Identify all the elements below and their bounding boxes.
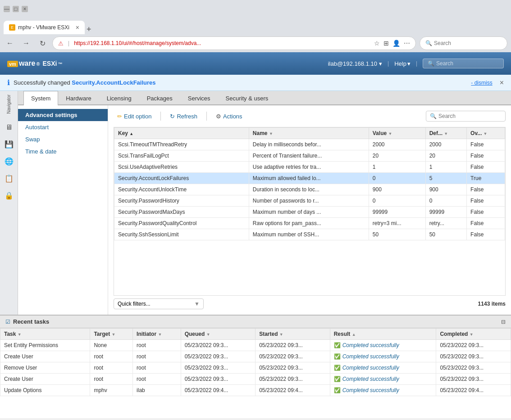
col-header-default[interactable]: Def... ▼: [425, 128, 466, 139]
table-row[interactable]: Scsi.UseAdaptiveRetries Use adaptive ret…: [114, 162, 505, 173]
header-help[interactable]: Help ▾: [394, 60, 411, 67]
notification-close[interactable]: ×: [500, 79, 504, 87]
task-cell-task: Create User: [0, 374, 90, 385]
notification-text: Successfully changed Security.AccountLoc…: [14, 79, 467, 86]
table-row[interactable]: Scsi.TransFailLogPct Percent of Transien…: [114, 150, 505, 162]
tasks-col-queued[interactable]: Queued ▼: [181, 329, 256, 340]
cell-default: 0: [425, 195, 466, 207]
close-button[interactable]: ×: [22, 6, 28, 12]
tasks-col-result[interactable]: Result ▲: [330, 329, 436, 340]
tasks-minimize-button[interactable]: ⊟: [501, 319, 506, 325]
table-row[interactable]: Scsi.TimeoutTMThreadRetry Delay in milli…: [114, 139, 505, 150]
task-cell-completed: 05/23/2022 09:3...: [436, 351, 511, 362]
table-row[interactable]: Security.PasswordHistory Number of passw…: [114, 195, 505, 207]
collection-icon[interactable]: ⊞: [383, 40, 389, 47]
cell-value: 1: [369, 162, 425, 173]
tasks-col-started[interactable]: Started ▼: [256, 329, 330, 340]
notification-dismiss[interactable]: - dismiss: [471, 80, 492, 86]
tasks-row[interactable]: Create User root root 05/23/2022 09:3...…: [0, 351, 511, 362]
browser-search-input[interactable]: [434, 40, 502, 46]
cell-override: False: [467, 162, 505, 173]
leftnav-advanced-settings[interactable]: Advanced settings: [18, 109, 108, 121]
browser-tab-active[interactable]: E mphv - VMware ESXi ×: [4, 21, 85, 34]
leftnav-time-date[interactable]: Time & date: [18, 145, 108, 158]
cell-default: 1: [425, 162, 466, 173]
col-header-name[interactable]: Name ▼: [249, 128, 369, 139]
tasks-header-icon: ☑: [5, 319, 10, 325]
header-search-input[interactable]: [436, 60, 490, 67]
header-search-box[interactable]: 🔍: [423, 59, 504, 68]
tasks-col-initiator[interactable]: Initiator ▼: [133, 329, 181, 340]
window-controls[interactable]: — □ ×: [4, 6, 28, 12]
menu-icon[interactable]: ⋯: [404, 40, 410, 47]
items-count: 1143 items: [478, 301, 506, 307]
cell-override: True: [467, 173, 505, 184]
tasks-row[interactable]: Create User root root 05/23/2022 09:3...…: [0, 374, 511, 385]
tab-hardware[interactable]: Hardware: [58, 91, 99, 105]
table-row[interactable]: Security.PasswordQualityControl Raw opti…: [114, 218, 505, 229]
maximize-button[interactable]: □: [13, 6, 19, 12]
tab-security-users[interactable]: Security & users: [218, 91, 276, 105]
bookmark-icon[interactable]: ☆: [374, 40, 380, 47]
tab-title: mphv - VMware ESXi: [18, 24, 69, 31]
col-header-value[interactable]: Value ▼: [369, 128, 425, 139]
tasks-scroll[interactable]: Task ▼ Target ▼ Initiator ▼ Queued ▼ Sta…: [0, 328, 511, 418]
tab-close-button[interactable]: ×: [76, 24, 79, 31]
back-button[interactable]: ←: [4, 37, 16, 50]
nav-item-host[interactable]: 🖥: [2, 120, 16, 135]
tab-packages[interactable]: Packages: [139, 91, 180, 105]
cell-key: Scsi.TimeoutTMThreadRetry: [114, 139, 249, 150]
table-row[interactable]: Security.AccountLockFailures Maximum all…: [114, 173, 505, 184]
header-right: ilab@192.168.1.10 ▾ | Help ▾ | 🔍: [328, 59, 504, 68]
tasks-col-task[interactable]: Task ▼: [0, 329, 90, 340]
tasks-col-completed[interactable]: Completed ▼: [436, 329, 511, 340]
tab-bar: E mphv - VMware ESXi × +: [0, 18, 511, 34]
profile-icon[interactable]: 👤: [392, 40, 400, 47]
cell-default: 50: [425, 229, 466, 240]
table-row[interactable]: Security.AccountUnlockTime Duration in s…: [114, 184, 505, 195]
tasks-row[interactable]: Set Entity Permissions None root 05/23/2…: [0, 340, 511, 351]
refresh-button-toolbar[interactable]: ↻ Refresh: [166, 111, 201, 122]
tasks-row[interactable]: Remove User root root 05/23/2022 09:3...…: [0, 362, 511, 374]
table-row[interactable]: Security.SshSessionLimit Maximum number …: [114, 229, 505, 240]
help-label: Help: [394, 60, 406, 67]
cell-name: Maximum allowed failed lo...: [249, 173, 369, 184]
table-container[interactable]: Key Name ▼ Value ▼ Def... ▼ Ov... ▼ Scsi…: [114, 127, 506, 296]
tasks-col-target[interactable]: Target ▼: [90, 329, 133, 340]
nav-item-security[interactable]: 🔒: [2, 189, 16, 203]
col-header-key[interactable]: Key: [114, 128, 249, 139]
tasks-row[interactable]: Update Options mphv ilab 05/23/2022 09:4…: [0, 385, 511, 396]
leftnav-autostart[interactable]: Autostart: [18, 121, 108, 133]
tab-system[interactable]: System: [23, 91, 58, 105]
cell-value: 99999: [369, 207, 425, 218]
toolbar: ✏ Edit option ↻ Refresh ⚙ Actions: [114, 111, 506, 122]
toolbar-search-input[interactable]: [438, 113, 502, 119]
header-search-icon: 🔍: [428, 60, 434, 67]
quick-filter-dropdown[interactable]: Quick filters... ▼: [114, 298, 204, 309]
table-row[interactable]: Security.PasswordMaxDays Maximum number …: [114, 207, 505, 218]
leftnav-swap[interactable]: Swap: [18, 133, 108, 145]
nav-item-storage[interactable]: 💾: [2, 137, 16, 152]
notification-icon: ℹ: [7, 78, 10, 87]
quick-filter-label: Quick filters...: [118, 301, 151, 307]
toolbar-search-icon: 🔍: [430, 113, 437, 119]
edit-option-button[interactable]: ✏ Edit option: [114, 111, 155, 122]
nav-item-network[interactable]: 🌐: [2, 154, 16, 169]
col-header-override[interactable]: Ov... ▼: [467, 128, 505, 139]
refresh-button[interactable]: ↻: [36, 37, 49, 50]
result-text: Completed successfully: [342, 342, 399, 348]
nav-item-tasks[interactable]: 📋: [2, 172, 16, 186]
tab-services[interactable]: Services: [180, 91, 218, 105]
browser-search-box[interactable]: 🔍: [420, 36, 507, 50]
forward-button[interactable]: →: [20, 37, 32, 50]
new-tab-button[interactable]: +: [87, 25, 91, 34]
cell-key: Security.PasswordHistory: [114, 195, 249, 207]
cell-default: 99999: [425, 207, 466, 218]
address-input[interactable]: ⚠ | https://192.168.1.10/ui/#/host/manag…: [52, 36, 416, 50]
tab-licensing[interactable]: Licensing: [99, 91, 139, 105]
toolbar-search[interactable]: 🔍: [426, 111, 506, 122]
actions-button[interactable]: ⚙ Actions: [212, 111, 246, 122]
tasks-header: ☑ Recent tasks ⊟: [0, 316, 511, 328]
minimize-button[interactable]: —: [4, 6, 10, 12]
header-user[interactable]: ilab@192.168.1.10 ▾: [328, 60, 382, 67]
